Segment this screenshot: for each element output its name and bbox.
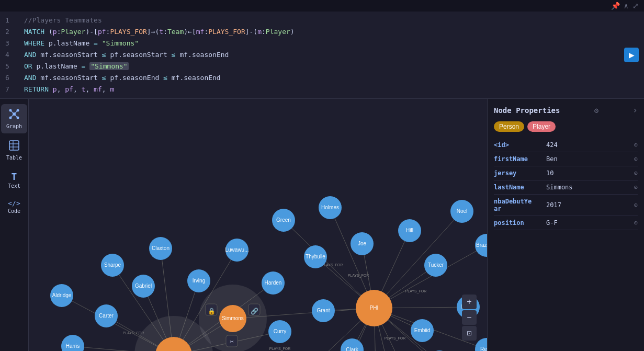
tag-player-button[interactable]: Player bbox=[527, 121, 556, 132]
node-Grant[interactable] bbox=[312, 299, 335, 322]
svg-line-7 bbox=[10, 114, 14, 118]
code-icon: </> bbox=[8, 199, 20, 207]
node-Thybulle[interactable] bbox=[304, 245, 327, 268]
code-line-6: 6 AND mf.seasonStart ≤ pf.seasonEnd ≤ mf… bbox=[0, 72, 644, 84]
node-properties-title: Node Properties bbox=[494, 106, 560, 115]
prop-row-id: <id> 424 ⊙ bbox=[494, 138, 638, 152]
expand-icon[interactable]: ⤢ bbox=[632, 2, 639, 10]
zoom-in-button[interactable]: + bbox=[462, 295, 477, 309]
properties-list: <id> 424 ⊙ firstName Ben ⊙ jersey 10 ⊙ l… bbox=[494, 138, 638, 230]
prop-row-position: position G-F ⊙ bbox=[494, 216, 638, 230]
code-line-1: 1 //Players Teammates bbox=[0, 15, 644, 26]
tag-row: Person Player bbox=[494, 121, 638, 132]
sidebar-label-table: Table bbox=[6, 155, 22, 161]
text-icon: T bbox=[12, 171, 17, 182]
code-line-3: 3 WHERE p.lastName = "Simmons" bbox=[0, 38, 644, 49]
sidebar-item-text[interactable]: T Text bbox=[1, 167, 27, 193]
node-properties-panel: Node Properties ⚙ › Person Player <id> 4… bbox=[487, 99, 644, 351]
sidebar-label-graph: Graph bbox=[6, 123, 22, 129]
sidebar-item-graph[interactable]: Graph bbox=[1, 104, 27, 133]
prop-row-lastname: lastName Simmons ⊙ bbox=[494, 180, 638, 195]
prop-val-lastname: Simmons bbox=[546, 184, 632, 191]
prop-val-nbadebut: 2017 bbox=[546, 201, 632, 209]
svg-text:✂: ✂ bbox=[230, 338, 233, 345]
node-Harris[interactable] bbox=[61, 335, 84, 351]
node-properties-settings-icon[interactable]: ⚙ bbox=[594, 106, 598, 115]
node-Clark[interactable] bbox=[341, 338, 364, 351]
prop-key-id: <id> bbox=[494, 141, 546, 149]
code-editor: 1 //Players Teammates 2 MATCH (p:Player)… bbox=[0, 12, 644, 99]
pin-icon[interactable]: 📌 bbox=[611, 2, 620, 10]
node-Brazde[interactable] bbox=[475, 234, 487, 257]
node-Luwawu[interactable] bbox=[225, 239, 248, 262]
code-line-2: 2 MATCH (p:Player)-[pf:PLAYS_FOR]→(t:Tea… bbox=[0, 26, 644, 38]
sidebar-item-table[interactable]: Table bbox=[1, 135, 27, 165]
prop-key-jersey: jersey bbox=[494, 169, 546, 177]
node-Noel[interactable] bbox=[450, 200, 473, 223]
svg-text:🔒: 🔒 bbox=[208, 307, 216, 315]
node-properties-expand-icon[interactable]: › bbox=[632, 105, 638, 115]
svg-text:PLAYS_FOR: PLAYS_FOR bbox=[385, 336, 406, 341]
zoom-out-button[interactable]: − bbox=[462, 310, 477, 325]
prop-val-position: G-F bbox=[546, 219, 632, 227]
node-Hill[interactable] bbox=[398, 219, 421, 242]
code-line-5: 5 OR p.lastName = "Simmons" bbox=[0, 61, 644, 72]
sidebar: Graph Table T Text </> Code bbox=[0, 99, 29, 351]
prop-row-jersey: jersey 10 ⊙ bbox=[494, 166, 638, 180]
zoom-fit-button[interactable]: ⊡ bbox=[462, 326, 477, 341]
node-Sharpe[interactable] bbox=[101, 254, 124, 277]
node-properties-header: Node Properties ⚙ › bbox=[494, 105, 638, 115]
zoom-controls: + − ⊡ bbox=[462, 295, 477, 341]
svg-line-5 bbox=[10, 110, 14, 114]
sidebar-label-code: Code bbox=[8, 208, 20, 214]
node-Embiid[interactable] bbox=[411, 319, 434, 342]
chevron-icon[interactable]: ∧ bbox=[624, 2, 628, 10]
prop-copy-icon-firstname[interactable]: ⊙ bbox=[634, 155, 638, 163]
node-Simmons[interactable] bbox=[219, 305, 246, 332]
graph-area: PLAYS_FOR PLAYS_FOR PLAYS_FOR PLAYS_FOR … bbox=[29, 99, 487, 351]
svg-line-8 bbox=[14, 114, 18, 118]
prop-key-position: position bbox=[494, 219, 546, 227]
node-Harden[interactable] bbox=[262, 271, 285, 295]
svg-text:🔗: 🔗 bbox=[251, 307, 258, 315]
prop-val-id: 424 bbox=[546, 141, 632, 149]
svg-text:PLAYS_FOR: PLAYS_FOR bbox=[348, 274, 369, 278]
prop-copy-icon-jersey[interactable]: ⊙ bbox=[634, 169, 638, 177]
node-PHI[interactable] bbox=[356, 290, 392, 326]
prop-key-lastname: lastName bbox=[494, 184, 546, 191]
graph-icon bbox=[8, 108, 20, 122]
svg-text:PLAYS_FOR: PLAYS_FOR bbox=[269, 347, 291, 351]
node-Aldridge[interactable] bbox=[50, 284, 73, 307]
sidebar-item-code[interactable]: </> Code bbox=[1, 195, 27, 218]
main-content: Graph Table T Text </> Code bbox=[0, 99, 644, 351]
prop-val-jersey: 10 bbox=[546, 169, 632, 177]
svg-text:PLAYS_FOR: PLAYS_FOR bbox=[322, 263, 343, 267]
run-button[interactable] bbox=[624, 48, 639, 62]
node-Claxton[interactable] bbox=[149, 237, 172, 260]
table-icon bbox=[8, 140, 20, 154]
code-line-7: 7 RETURN p, pf, t, mf, m bbox=[0, 84, 644, 95]
node-Reed[interactable] bbox=[475, 338, 487, 351]
prop-row-firstname: firstName Ben ⊙ bbox=[494, 152, 638, 166]
prop-copy-icon-lastname[interactable]: ⊙ bbox=[634, 184, 638, 191]
svg-line-6 bbox=[14, 110, 18, 114]
code-line-4: 4 AND mf.seasonStart ≤ pf.seasonStart ≤ … bbox=[0, 49, 644, 61]
node-Holmes[interactable] bbox=[319, 196, 342, 219]
svg-rect-9 bbox=[9, 141, 19, 150]
sidebar-label-text: Text bbox=[8, 183, 20, 189]
node-Irving[interactable] bbox=[187, 269, 210, 292]
svg-text:PLAYS_FOR: PLAYS_FOR bbox=[405, 289, 427, 293]
tag-person-button[interactable]: Person bbox=[494, 121, 524, 132]
node-Green[interactable] bbox=[272, 209, 295, 232]
prop-copy-icon-id[interactable]: ⊙ bbox=[634, 141, 638, 149]
node-Tucker[interactable] bbox=[424, 254, 447, 277]
prop-key-firstname: firstName bbox=[494, 155, 546, 163]
graph-svg: PLAYS_FOR PLAYS_FOR PLAYS_FOR PLAYS_FOR … bbox=[29, 99, 487, 351]
prop-copy-icon-nbadebut[interactable]: ⊙ bbox=[634, 201, 638, 209]
topbar: 📌 ∧ ⤢ bbox=[0, 0, 644, 12]
node-Joe[interactable] bbox=[351, 232, 374, 255]
node-Carter[interactable] bbox=[95, 304, 118, 327]
node-Curry[interactable] bbox=[268, 320, 291, 343]
prop-copy-icon-position[interactable]: ⊙ bbox=[634, 219, 638, 227]
node-Gabriel[interactable] bbox=[132, 275, 155, 298]
